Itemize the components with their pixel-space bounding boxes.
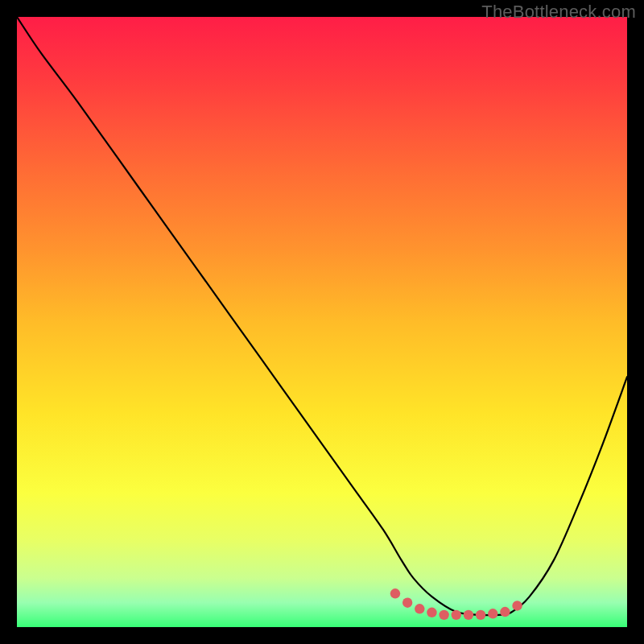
gradient-plot-area xyxy=(17,17,627,627)
highlight-dot xyxy=(390,588,400,598)
highlight-dot xyxy=(512,601,522,610)
highlight-dot xyxy=(500,607,510,617)
watermark-text: TheBottleneck.com xyxy=(481,2,636,23)
highlight-dot xyxy=(402,597,412,607)
highlight-dot xyxy=(488,609,497,618)
highlight-dot xyxy=(439,610,448,620)
highlight-dots xyxy=(17,17,627,627)
bottleneck-curve xyxy=(17,17,627,627)
highlight-dot xyxy=(427,608,436,617)
highlight-dot xyxy=(415,604,424,613)
highlight-dot xyxy=(452,610,461,620)
highlight-dot xyxy=(464,610,473,620)
highlight-dot xyxy=(476,610,485,620)
